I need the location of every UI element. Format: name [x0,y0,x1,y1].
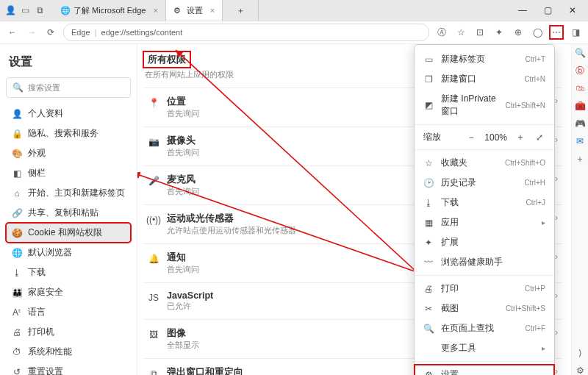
share-icon: 🔗 [12,208,22,218]
menu-apps[interactable]: ▦应用▸ [415,213,554,232]
sidebar-item-label: 个人资料 [28,107,63,120]
tools-icon[interactable]: 🧰 [574,100,586,112]
pulse-icon: 〰 [423,257,434,268]
menu-new-inprivate[interactable]: ◩新建 InPrivate 窗口Ctrl+Shift+N [415,89,554,121]
overflow-menu: ▭新建标签页Ctrl+T ❐新建窗口Ctrl+N ◩新建 InPrivate 窗… [414,44,555,375]
sidebar-item-lock[interactable]: 🔒隐私、搜索和服务 [6,124,131,143]
bing-icon[interactable]: ⓑ [574,65,586,76]
tools-icon [423,343,434,354]
tab-settings[interactable]: ⚙ 设置 × [166,0,223,21]
profile-icon[interactable]: 👤 [4,4,16,16]
lock-icon: 🔒 [12,129,22,139]
tabs-icon[interactable]: ⧉ [34,4,46,16]
sidebar-item-palette[interactable]: 🎨外观 [6,143,131,163]
sidebar-item-label: 打印机 [28,326,54,338]
menu-new-window[interactable]: ❐新建窗口Ctrl+N [415,69,554,89]
menu-print[interactable]: 🖨打印Ctrl+P [415,279,554,299]
sidebar-item-lang[interactable]: Aᵗ语言 [6,302,131,322]
close-icon[interactable]: × [210,6,215,15]
search-placeholder: 搜索设置 [28,82,60,93]
image-icon: 🖼 [148,329,159,340]
sidebar-collapse-icon[interactable]: ⟩ [574,347,586,359]
cookie-icon: 🍪 [12,228,22,238]
refresh-button[interactable]: ⟳ [44,26,57,39]
sidebar-item-cookie[interactable]: 🍪Cookie 和网站权限 [6,223,131,243]
search-icon: 🔍 [12,82,24,93]
sidebar-item-panel[interactable]: ◧侧栏 [6,163,131,183]
sidebar-item-printer[interactable]: 🖨打印机 [6,322,131,342]
sidebar-title: 设置 [9,54,128,70]
more-menu-button[interactable]: ⋯ [550,26,563,39]
forward-button[interactable]: → [25,26,38,39]
menu-more-tools[interactable]: 更多工具▸ [415,338,554,358]
menu-find[interactable]: 🔍在页面上查找Ctrl+F [415,318,554,338]
maximize-button[interactable]: ▢ [537,0,559,21]
gear-icon[interactable]: ⚙ [574,365,586,375]
shopping-icon[interactable]: 🛍 [574,82,586,94]
sidebar-item-label: 共享、复制和粘贴 [28,207,98,219]
sidebar-item-speed[interactable]: ⏱系统和性能 [6,342,131,362]
tab-actions-icon[interactable]: ⊡ [473,26,487,39]
pin-icon: 📍 [148,97,159,109]
zoom-out-button[interactable]: − [465,132,477,143]
address-bar[interactable]: Edge | edge://settings/content [63,24,429,41]
menu-settings[interactable]: ⚙设置 [415,365,554,375]
js-icon: JS [148,292,159,304]
sidebar-item-label: 外观 [28,147,46,160]
favorites-icon[interactable]: ☆ [454,26,467,39]
minimize-button[interactable]: — [512,0,534,21]
menu-history[interactable]: 🕑历史记录Ctrl+H [415,173,554,193]
chevron-right-icon: › [555,135,558,145]
sidebar-item-reset[interactable]: ↺重置设置 [6,362,131,375]
window-icon: ❐ [423,74,434,85]
sidebar-item-home[interactable]: ⌂开始、主页和新建标签页 [6,183,131,203]
outlook-icon[interactable]: ✉ [574,135,586,147]
edge-icon: 🌐 [60,6,69,15]
menu-extensions[interactable]: ✦扩展 [415,232,554,252]
lang-icon: Aᵗ [12,307,22,318]
collections-icon[interactable]: ⊕ [512,26,525,39]
menu-downloads[interactable]: ⭳下载Ctrl+J [415,193,554,213]
panel-icon: ◧ [12,168,22,179]
sidebar-item-share[interactable]: 🔗共享、复制和粘贴 [6,203,131,223]
fullscreen-button[interactable]: ⤢ [534,132,545,143]
search-icon[interactable]: 🔍 [574,47,586,59]
menu-new-tab[interactable]: ▭新建标签页Ctrl+T [415,49,554,69]
workspace-icon[interactable]: ▭ [19,4,31,16]
sidebar-toggle-icon[interactable]: ◨ [569,26,582,39]
tab-strip: 🌐 了解 Microsoft Edge × ⚙ 设置 × ＋ [53,0,259,21]
chevron-right-icon: › [555,327,558,338]
games-icon[interactable]: 🎮 [574,118,586,129]
chevron-right-icon: › [555,174,558,184]
plus-icon[interactable]: ＋ [574,153,586,165]
menu-favorites[interactable]: ☆收藏夹Ctrl+Shift+O [415,153,554,173]
scissors-icon: ✂ [423,304,434,314]
sidebar-item-label: 家庭安全 [28,286,63,299]
reset-icon: ↺ [12,367,22,376]
new-tab-button[interactable]: ＋ [223,0,259,21]
close-button[interactable]: ✕ [562,0,584,21]
zoom-in-button[interactable]: + [514,132,526,143]
search-icon: 🔍 [423,324,434,334]
edge-sidebar: 🔍 ⓑ 🛍 🧰 🎮 ✉ ＋ ⟩ ⚙ [571,44,588,375]
close-icon[interactable]: × [153,6,157,15]
menu-health[interactable]: 〰浏览器健康助手 [415,252,554,272]
sidebar-item-family[interactable]: 👪家庭安全 [6,282,131,302]
search-input[interactable]: 🔍 搜索设置 [6,77,131,98]
sidebar-item-user[interactable]: 👤个人资料 [6,104,131,124]
tab-learn-edge[interactable]: 🌐 了解 Microsoft Edge × [53,0,166,21]
sidebar-item-browser[interactable]: 🌐默认浏览器 [6,243,131,262]
printer-icon: 🖨 [12,327,22,338]
menu-capture[interactable]: ✂截图Ctrl+Shift+S [415,299,554,318]
download-icon: ⭳ [12,268,22,278]
extensions-icon[interactable]: ✦ [492,26,506,39]
sidebar-item-label: Cookie 和网站权限 [28,226,102,239]
back-button[interactable]: ← [6,26,19,39]
settings-main: 所有权限 在所有网站上应用的权限 📍位置首先询问›📷摄像头首先询问›🎤麦克风首先… [137,44,571,375]
read-aloud-icon[interactable]: Ⓐ [435,26,448,39]
tab-label: 设置 [187,5,203,16]
speed-icon: ⏱ [12,347,22,357]
sidebar-item-download[interactable]: ⭳下载 [6,262,131,282]
sidebar-item-label: 开始、主页和新建标签页 [28,187,125,199]
profile-icon[interactable]: ◯ [531,26,544,39]
